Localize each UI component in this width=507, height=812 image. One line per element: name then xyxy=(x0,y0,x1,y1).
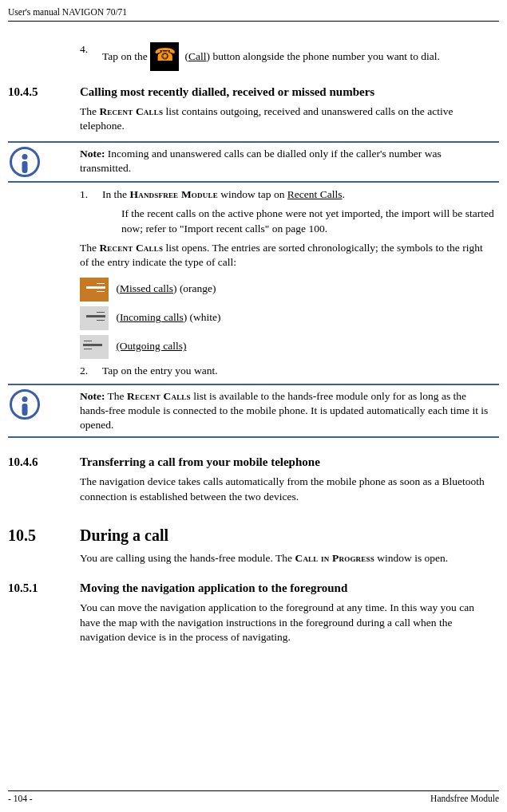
section-heading: Moving the navigation application to the… xyxy=(80,580,494,596)
text: (orange) xyxy=(177,282,216,294)
note-icon-cell xyxy=(8,389,80,433)
text: In the xyxy=(102,188,130,200)
note-block: Note: The Recent Calls list is available… xyxy=(8,384,499,439)
section-heading: Calling most recently dialled, received … xyxy=(80,84,494,100)
page-footer: - 104 - Handsfree Module xyxy=(8,790,499,806)
text: The xyxy=(80,105,99,117)
recent-calls-ref: Recent Calls xyxy=(127,390,191,402)
missed-calls-icon xyxy=(80,278,109,302)
recent-calls-ref: Recent Calls xyxy=(99,105,163,117)
step-body: Tap on the (Call) button alongside the p… xyxy=(102,42,494,73)
info-icon xyxy=(10,389,40,420)
section-number: 10.5.1 xyxy=(8,580,80,648)
section-number: 10.4.5 xyxy=(8,84,80,137)
list-item: (Incoming calls) (white) xyxy=(80,306,494,330)
step-number: 2. xyxy=(80,364,102,378)
outgoing-calls-icon xyxy=(80,335,109,359)
note-text: Note: Incoming and unanswered calls can … xyxy=(80,147,499,177)
note-text: Note: The Recent Calls list is available… xyxy=(80,389,499,433)
note-icon-cell xyxy=(8,147,80,177)
incoming-calls-label: Incoming calls xyxy=(120,311,184,323)
incoming-calls-icon xyxy=(80,306,109,330)
text: Incoming and unanswered calls can be dia… xyxy=(80,148,442,174)
section-heading: Transferring a call from your mobile tel… xyxy=(80,454,494,470)
paragraph: The Recent Calls list contains outgoing,… xyxy=(80,104,494,133)
text: ) button alongside the phone number you … xyxy=(207,50,440,62)
list-item: (Missed calls) (orange) xyxy=(80,278,494,302)
recent-calls-ref: Recent Calls xyxy=(99,242,163,254)
outgoing-calls-label: (Outgoing calls) xyxy=(116,340,186,352)
step-body: In the Handsfree Module window tap on Re… xyxy=(102,187,494,202)
paragraph: The Recent Calls list opens. The entries… xyxy=(80,241,494,270)
text: The xyxy=(105,390,127,402)
text: window tap on xyxy=(218,188,287,200)
step-body: Tap on the entry you want. xyxy=(102,364,494,378)
page-number: - 104 - xyxy=(8,793,33,806)
text: Tap on the xyxy=(102,50,150,62)
call-icon xyxy=(150,42,179,71)
info-icon xyxy=(10,147,40,177)
handsfree-module-ref: Handsfree Module xyxy=(130,188,218,200)
page-content: 4. Tap on the (Call) button alongside th… xyxy=(8,22,499,648)
step-number: 1. xyxy=(80,187,102,202)
missed-calls-label: Missed calls xyxy=(120,282,173,294)
paragraph: You can move the navigation application … xyxy=(80,601,494,644)
page-header: User's manual NAVIGON 70/71 xyxy=(8,6,499,22)
note-label: Note: xyxy=(80,148,105,160)
call-in-progress-ref: Call in Progress xyxy=(295,552,374,564)
text: . xyxy=(342,188,344,200)
step-number: 4. xyxy=(80,42,102,73)
text: You are calling using the hands-free mod… xyxy=(80,552,295,564)
section-number: 10.4.6 xyxy=(8,454,80,507)
left-gutter xyxy=(8,42,80,73)
call-button-label: Call xyxy=(188,50,207,62)
left-gutter xyxy=(8,187,80,378)
note-label: Note: xyxy=(80,390,105,402)
recent-calls-link: Recent Calls xyxy=(287,188,343,200)
note-block: Note: Incoming and unanswered calls can … xyxy=(8,141,499,183)
paragraph: You are calling using the hands-free mod… xyxy=(80,551,494,566)
text: The xyxy=(80,242,99,254)
sub-paragraph: If the recent calls on the active phone … xyxy=(80,207,494,235)
footer-section: Handsfree Module xyxy=(430,793,499,806)
text: (white) xyxy=(187,311,220,323)
section-heading: During a call xyxy=(80,525,494,546)
list-item: (Outgoing calls) xyxy=(80,335,494,359)
paragraph: The navigation device takes calls automa… xyxy=(80,475,494,503)
section-number: 10.5 xyxy=(8,525,80,569)
text: window is open. xyxy=(374,552,448,564)
